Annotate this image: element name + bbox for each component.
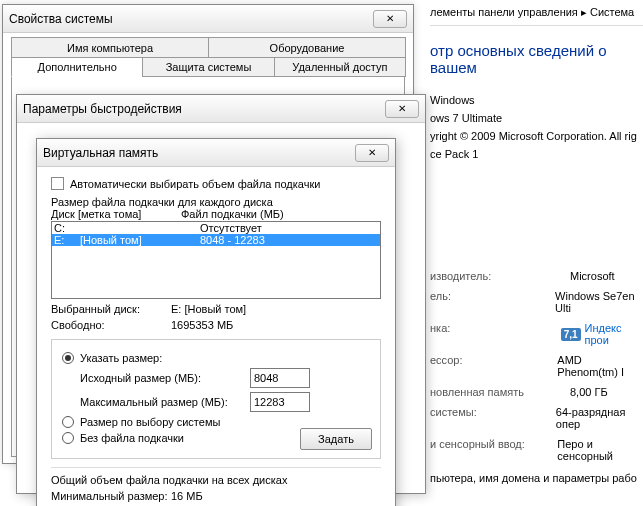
tab-advanced[interactable]: Дополнительно bbox=[11, 57, 143, 77]
close-button[interactable]: ✕ bbox=[373, 10, 407, 28]
label-ram: новленная память bbox=[430, 386, 570, 398]
value-model: Windows Se7en Ulti bbox=[555, 290, 643, 314]
column-header-pagefile: Файл подкачки (МБ) bbox=[181, 208, 284, 220]
close-icon: ✕ bbox=[386, 13, 394, 24]
label-selected-drive: Выбранный диск: bbox=[51, 303, 171, 315]
value-manufacturer: Microsoft bbox=[570, 270, 615, 282]
drive-label bbox=[80, 222, 200, 234]
label-max-size: Максимальный размер (МБ): bbox=[80, 396, 240, 408]
radio-custom-size-label: Указать размер: bbox=[80, 352, 162, 364]
value-min-size: 16 МБ bbox=[171, 490, 203, 502]
titlebar[interactable]: Виртуальная память ✕ bbox=[37, 139, 395, 167]
close-icon: ✕ bbox=[398, 103, 406, 114]
label-processor: ессор: bbox=[430, 354, 557, 378]
drive-list-header: Размер файла подкачки для каждого диска bbox=[51, 196, 381, 208]
radio-no-pagefile[interactable] bbox=[62, 432, 74, 444]
wei-score-badge: 7,1 bbox=[561, 328, 581, 341]
size-options-group: Указать размер: Исходный размер (МБ): Ма… bbox=[51, 339, 381, 459]
windows-edition-label: Windows bbox=[430, 94, 643, 106]
value-system-type: 64-разрядная опер bbox=[556, 406, 643, 430]
value-ram: 8,00 ГБ bbox=[570, 386, 608, 398]
value-selected-drive: E: [Новый том] bbox=[171, 303, 246, 315]
page-heading: отр основных сведений о вашем bbox=[430, 42, 643, 76]
value-free-space: 1695353 МБ bbox=[171, 319, 233, 331]
titlebar[interactable]: Параметры быстродействия ✕ bbox=[17, 95, 425, 123]
list-item[interactable]: E: [Новый том] 8048 - 12283 bbox=[52, 234, 380, 246]
dialog-title: Свойства системы bbox=[9, 12, 113, 26]
drive-listbox[interactable]: C: Отсутствует E: [Новый том] 8048 - 122… bbox=[51, 221, 381, 299]
initial-size-input[interactable] bbox=[250, 368, 310, 388]
radio-system-managed[interactable] bbox=[62, 416, 74, 428]
set-button[interactable]: Задать bbox=[300, 428, 372, 450]
drive-letter: E: bbox=[54, 234, 80, 246]
tab-remote[interactable]: Удаленный доступ bbox=[274, 57, 406, 77]
label-computer-domain: пьютера, имя домена и параметры рабо bbox=[430, 472, 643, 484]
tab-hardware[interactable]: Оборудование bbox=[208, 37, 406, 57]
summary-header: Общий объем файла подкачки на всех диска… bbox=[51, 474, 381, 486]
label-initial-size: Исходный размер (МБ): bbox=[80, 372, 240, 384]
tab-computer-name[interactable]: Имя компьютера bbox=[11, 37, 209, 57]
auto-manage-checkbox[interactable] bbox=[51, 177, 64, 190]
radio-no-pagefile-label: Без файла подкачки bbox=[80, 432, 184, 444]
breadcrumb-item[interactable]: Система bbox=[590, 6, 634, 18]
value-pen-touch: Перо и сенсорный bbox=[557, 438, 643, 462]
drive-pagefile: Отсутствует bbox=[200, 222, 378, 234]
windows-edition-name: ows 7 Ultimate bbox=[430, 112, 643, 124]
label-manufacturer: изводитель: bbox=[430, 270, 570, 282]
list-item[interactable]: C: Отсутствует bbox=[52, 222, 380, 234]
label-min-size: Минимальный размер: bbox=[51, 490, 171, 502]
control-panel-system-page: лементы панели управления ▸ Система отр … bbox=[420, 0, 643, 506]
virtual-memory-dialog: Виртуальная память ✕ Автоматически выбир… bbox=[36, 138, 396, 506]
close-button[interactable]: ✕ bbox=[355, 144, 389, 162]
label-rating: нка: bbox=[430, 322, 561, 346]
radio-system-managed-label: Размер по выбору системы bbox=[80, 416, 220, 428]
windows-copyright: yright © 2009 Microsoft Corporation. All… bbox=[430, 130, 643, 142]
drive-pagefile: 8048 - 12283 bbox=[200, 234, 378, 246]
value-processor: AMD Phenom(tm) I bbox=[557, 354, 643, 378]
dialog-title: Виртуальная память bbox=[43, 146, 158, 160]
label-free-space: Свободно: bbox=[51, 319, 171, 331]
auto-manage-label: Автоматически выбирать объем файла подка… bbox=[70, 178, 320, 190]
close-icon: ✕ bbox=[368, 147, 376, 158]
titlebar[interactable]: Свойства системы ✕ bbox=[3, 5, 413, 33]
wei-link[interactable]: Индекс прои bbox=[585, 322, 643, 346]
windows-service-pack: ce Pack 1 bbox=[430, 148, 643, 160]
dialog-title: Параметры быстродействия bbox=[23, 102, 182, 116]
label-system-type: системы: bbox=[430, 406, 556, 430]
radio-custom-size[interactable] bbox=[62, 352, 74, 364]
drive-label: [Новый том] bbox=[80, 234, 200, 246]
close-button[interactable]: ✕ bbox=[385, 100, 419, 118]
drive-letter: C: bbox=[54, 222, 80, 234]
breadcrumb-sep: ▸ bbox=[581, 6, 587, 18]
column-header-disk: Диск [метка тома] bbox=[51, 208, 181, 220]
tab-system-protection[interactable]: Защита системы bbox=[142, 57, 274, 77]
breadcrumb-item[interactable]: лементы панели управления bbox=[430, 6, 578, 18]
max-size-input[interactable] bbox=[250, 392, 310, 412]
label-model: ель: bbox=[430, 290, 555, 314]
label-pen-touch: и сенсорный ввод: bbox=[430, 438, 557, 462]
breadcrumb: лементы панели управления ▸ Система bbox=[430, 0, 643, 26]
